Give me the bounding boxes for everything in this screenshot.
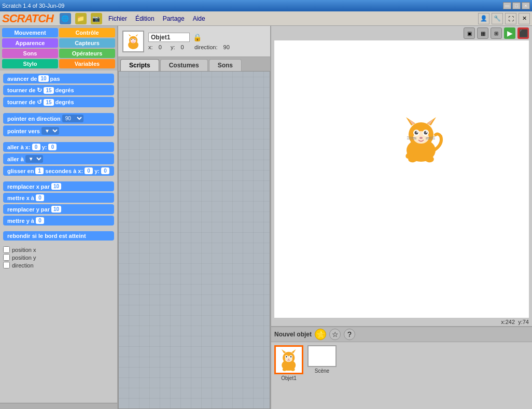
right-panel: ▣ ▦ ⊞ ▶ ⬛: [271, 26, 532, 409]
sprite-y-label: y:: [171, 44, 175, 50]
stage-x-val: 242: [506, 319, 515, 325]
cat-appearance[interactable]: Apparence: [2, 38, 58, 48]
block-pointer-dir[interactable]: pointer en direction 90 0 -90 180: [3, 113, 114, 124]
block-mettre-x[interactable]: mettre x à 0: [3, 193, 114, 203]
sprite-item-scene[interactable]: Scène: [307, 345, 337, 381]
sprites-list: Objet1 Scène: [271, 342, 532, 384]
scripts-area[interactable]: [118, 71, 270, 409]
sprite-name-box[interactable]: Objet1: [148, 33, 190, 42]
lock-icon[interactable]: 🔒: [193, 33, 202, 41]
globe-icon[interactable]: 🌐: [60, 13, 71, 24]
main-area: Mouvement Contrôle Apparence Capteurs So…: [0, 26, 532, 409]
svg-point-15: [426, 131, 427, 133]
left-scrollbar[interactable]: [0, 403, 117, 409]
sprite-dir-label: direction:: [194, 44, 218, 50]
checkbox-pos-x-input[interactable]: [3, 246, 10, 253]
sprite-y-val: 0: [181, 44, 184, 50]
layout3-btn[interactable]: ⊞: [491, 27, 502, 39]
block-glisser[interactable]: glisser en 1 secondes à x: 0 y: 0: [3, 166, 114, 176]
block-avancer[interactable]: avancer de 10 pas: [3, 74, 114, 83]
cat-svg: [397, 113, 446, 165]
scene-thumbnail: [307, 345, 337, 367]
menu-right-icons: 👤 🔧 ⛶ ✕: [478, 13, 530, 24]
profile-icon[interactable]: 👤: [478, 13, 489, 24]
cat-sound[interactable]: Sons: [2, 49, 58, 58]
cat-control[interactable]: Contrôle: [59, 28, 115, 37]
cat-movement[interactable]: Mouvement: [2, 28, 58, 37]
sprites-panel: Nouvel objet ⭐ ☆ ?: [271, 326, 532, 409]
middle-panel: Objet1 🔒 x: 0 y: 0 direction: 90 Scripts…: [118, 26, 271, 409]
presentation-icon[interactable]: ✕: [519, 13, 530, 24]
title-bar: Scratch 1.4 of 30-Jun-09 — □ ×: [0, 0, 532, 11]
block-aller-a[interactable]: aller à ▼: [3, 153, 114, 164]
add-sprite-file-btn[interactable]: ☆: [329, 329, 341, 340]
block-mettre-y[interactable]: mettre y à 0: [3, 216, 114, 225]
svg-point-16: [419, 137, 423, 139]
menu-bar: SCRATCH 🌐 📁 📷 Fichier Édition Partage Ai…: [0, 11, 532, 26]
svg-point-14: [416, 131, 418, 133]
green-flag-btn[interactable]: ▶: [504, 27, 515, 39]
settings-icon[interactable]: 🔧: [492, 13, 503, 24]
stage-bottom: x: 242 y: 74: [271, 318, 532, 326]
camera-icon[interactable]: 📷: [91, 13, 102, 24]
file-icon[interactable]: 📁: [75, 13, 87, 24]
menu-edition[interactable]: Édition: [133, 14, 157, 23]
cat-pen[interactable]: Stylo: [2, 59, 58, 68]
sprite-label-objet1: Objet1: [281, 375, 296, 381]
sprite-item-objet1[interactable]: Objet1: [274, 345, 303, 381]
add-sprite-surprise-btn[interactable]: ?: [344, 329, 355, 340]
block-pointer-vers[interactable]: pointer vers ▼: [3, 125, 114, 136]
aller-a-dropdown[interactable]: ▼: [25, 155, 43, 163]
stage[interactable]: [274, 40, 529, 318]
sprite-info: Objet1 🔒 x: 0 y: 0 direction: 90: [118, 26, 270, 57]
block-rebondir[interactable]: rebondir si le bord est atteint: [3, 231, 114, 241]
menu-aide[interactable]: Aide: [191, 14, 207, 23]
menu-fichier[interactable]: Fichier: [106, 14, 129, 23]
svg-point-4: [131, 39, 132, 40]
tab-sons[interactable]: Sons: [209, 59, 242, 71]
menu-partage[interactable]: Partage: [161, 14, 187, 23]
add-sprite-paint-btn[interactable]: ⭐: [315, 329, 326, 340]
sprite-details: Objet1 🔒 x: 0 y: 0 direction: 90: [148, 33, 266, 50]
sprite-cat-small: [124, 32, 143, 51]
checkbox-direction-input[interactable]: [3, 262, 10, 269]
sprite-x-val: 0: [159, 44, 162, 50]
block-remplacer-x[interactable]: remplacer x par 10: [3, 181, 114, 191]
sprite-x-label: x:: [148, 44, 153, 50]
stage-y-label: y:: [518, 319, 523, 325]
block-tourner-ccw[interactable]: tourner de ↺ 15 degrés: [3, 97, 114, 107]
svg-point-31: [288, 359, 289, 360]
tab-costumes[interactable]: Costumes: [160, 59, 208, 71]
title-bar-buttons: — □ ×: [503, 2, 530, 9]
minimize-button[interactable]: —: [503, 2, 511, 9]
pointer-vers-dropdown[interactable]: ▼: [41, 127, 59, 135]
fullscreen-icon[interactable]: ⛶: [505, 13, 516, 24]
layout2-btn[interactable]: ▦: [477, 27, 488, 39]
block-remplacer-y[interactable]: remplacer y par 10: [3, 204, 114, 214]
tabs: Scripts Costumes Sons: [118, 57, 270, 71]
pointer-dir-dropdown[interactable]: 90 0 -90 180: [62, 115, 83, 122]
left-panel: Mouvement Contrôle Apparence Capteurs So…: [0, 26, 118, 409]
sprites-header: Nouvel objet ⭐ ☆ ?: [271, 327, 532, 342]
window-title: Scratch 1.4 of 30-Jun-09: [2, 3, 64, 9]
checkbox-direction: direction: [3, 262, 114, 269]
sprite-thumb-cat: [276, 347, 301, 372]
svg-point-6: [134, 39, 135, 40]
close-button[interactable]: ×: [522, 2, 530, 9]
cat-variables[interactable]: Variables: [59, 59, 115, 68]
block-categories: Mouvement Contrôle Apparence Capteurs So…: [0, 26, 117, 70]
block-tourner-cw[interactable]: tourner de ↻ 15 degrés: [3, 85, 114, 95]
cat-sensors[interactable]: Capteurs: [59, 38, 115, 48]
tab-scripts[interactable]: Scripts: [120, 59, 159, 71]
maximize-button[interactable]: □: [512, 2, 521, 9]
sprite-name-row: Objet1 🔒: [148, 33, 266, 42]
sprite-thumb-objet1: [274, 345, 303, 374]
sprite-label-scene: Scène: [315, 368, 329, 374]
checkbox-pos-y-input[interactable]: [3, 254, 10, 261]
sprite-dir-val: 90: [223, 44, 230, 50]
cat-operators[interactable]: Opérateurs: [59, 49, 115, 58]
block-aller-xy[interactable]: aller à x: 0 y: 0: [3, 142, 114, 152]
stop-btn[interactable]: ⬛: [517, 27, 529, 39]
layout1-btn[interactable]: ▣: [464, 27, 475, 39]
blocks-area: avancer de 10 pas tourner de ↻ 15 degrés…: [0, 70, 117, 403]
